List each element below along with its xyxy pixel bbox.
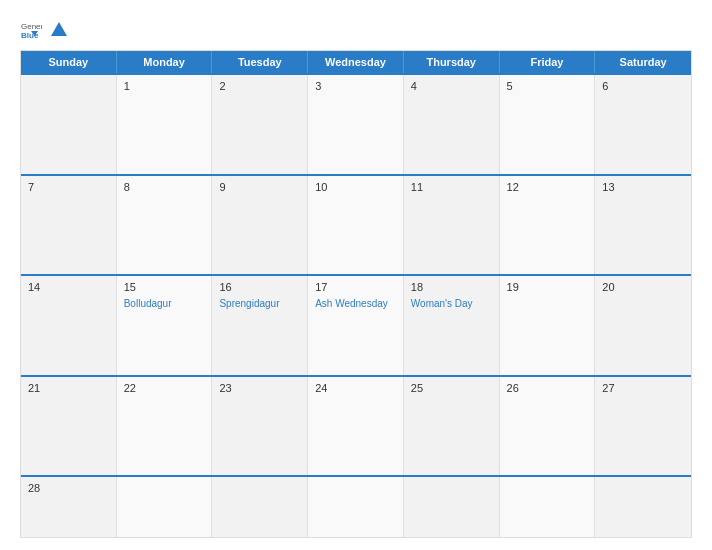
calendar-cell: 14: [21, 276, 117, 375]
calendar-cell: 26: [500, 377, 596, 476]
cell-date: 8: [124, 181, 205, 193]
calendar-cell: 12: [500, 176, 596, 275]
calendar-cell: 16Sprengidagur: [212, 276, 308, 375]
calendar-cell: [404, 477, 500, 537]
cell-event: Ash Wednesday: [315, 297, 396, 310]
calendar-cell: [21, 75, 117, 174]
calendar-cell: 25: [404, 377, 500, 476]
calendar-header: Sunday Monday Tuesday Wednesday Thursday…: [21, 51, 691, 73]
cell-event: Sprengidagur: [219, 297, 300, 310]
cell-date: 4: [411, 80, 492, 92]
calendar-cell: [212, 477, 308, 537]
cell-date: 17: [315, 281, 396, 293]
cell-date: 15: [124, 281, 205, 293]
col-wednesday: Wednesday: [308, 51, 404, 73]
cell-date: 20: [602, 281, 684, 293]
cell-date: 14: [28, 281, 109, 293]
calendar-cell: 20: [595, 276, 691, 375]
calendar-cell: [117, 477, 213, 537]
cell-date: 1: [124, 80, 205, 92]
cell-date: 12: [507, 181, 588, 193]
cell-date: 19: [507, 281, 588, 293]
calendar-cell: 5: [500, 75, 596, 174]
cell-date: 3: [315, 80, 396, 92]
calendar-cell: 2: [212, 75, 308, 174]
calendar-cell: 4: [404, 75, 500, 174]
calendar-cell: 22: [117, 377, 213, 476]
cell-date: 27: [602, 382, 684, 394]
logo: General Blue: [20, 18, 68, 40]
calendar-cell: 28: [21, 477, 117, 537]
calendar-cell: 13: [595, 176, 691, 275]
calendar-cell: [595, 477, 691, 537]
calendar-cell: 19: [500, 276, 596, 375]
cell-date: 13: [602, 181, 684, 193]
svg-marker-3: [51, 22, 67, 36]
calendar-cell: 9: [212, 176, 308, 275]
cell-date: 16: [219, 281, 300, 293]
calendar: Sunday Monday Tuesday Wednesday Thursday…: [20, 50, 692, 538]
cell-date: 6: [602, 80, 684, 92]
calendar-week-3: 1415Bolludagur16Sprengidagur17Ash Wednes…: [21, 274, 691, 375]
col-thursday: Thursday: [404, 51, 500, 73]
calendar-week-2: 78910111213: [21, 174, 691, 275]
calendar-cell: 27: [595, 377, 691, 476]
cell-event: Woman's Day: [411, 297, 492, 310]
calendar-week-1: 123456: [21, 73, 691, 174]
calendar-cell: 1: [117, 75, 213, 174]
cell-date: 22: [124, 382, 205, 394]
svg-text:Blue: Blue: [21, 31, 39, 40]
col-saturday: Saturday: [595, 51, 691, 73]
calendar-cell: 23: [212, 377, 308, 476]
calendar-body: 123456789101112131415Bolludagur16Sprengi…: [21, 73, 691, 537]
cell-date: 24: [315, 382, 396, 394]
calendar-cell: [308, 477, 404, 537]
cell-date: 28: [28, 482, 109, 494]
calendar-cell: 3: [308, 75, 404, 174]
cell-date: 9: [219, 181, 300, 193]
cell-date: 11: [411, 181, 492, 193]
svg-text:General: General: [21, 22, 42, 31]
calendar-cell: 17Ash Wednesday: [308, 276, 404, 375]
cell-event: Bolludagur: [124, 297, 205, 310]
calendar-page: General Blue Sunday Monday Tuesday Wedne…: [0, 0, 712, 550]
calendar-cell: 10: [308, 176, 404, 275]
cell-date: 2: [219, 80, 300, 92]
calendar-cell: 7: [21, 176, 117, 275]
calendar-week-4: 21222324252627: [21, 375, 691, 476]
cell-date: 18: [411, 281, 492, 293]
cell-date: 23: [219, 382, 300, 394]
col-tuesday: Tuesday: [212, 51, 308, 73]
cell-date: 21: [28, 382, 109, 394]
page-header: General Blue: [20, 18, 692, 40]
col-sunday: Sunday: [21, 51, 117, 73]
calendar-cell: 6: [595, 75, 691, 174]
calendar-cell: 21: [21, 377, 117, 476]
cell-date: 10: [315, 181, 396, 193]
col-monday: Monday: [117, 51, 213, 73]
cell-date: 5: [507, 80, 588, 92]
calendar-week-5: 28: [21, 475, 691, 537]
calendar-cell: 8: [117, 176, 213, 275]
logo-icon: General Blue: [20, 18, 42, 40]
calendar-cell: 11: [404, 176, 500, 275]
calendar-cell: 18Woman's Day: [404, 276, 500, 375]
cell-date: 25: [411, 382, 492, 394]
cell-date: 7: [28, 181, 109, 193]
calendar-cell: 15Bolludagur: [117, 276, 213, 375]
calendar-cell: 24: [308, 377, 404, 476]
cell-date: 26: [507, 382, 588, 394]
flag-icon: [50, 20, 68, 38]
calendar-cell: [500, 477, 596, 537]
col-friday: Friday: [500, 51, 596, 73]
